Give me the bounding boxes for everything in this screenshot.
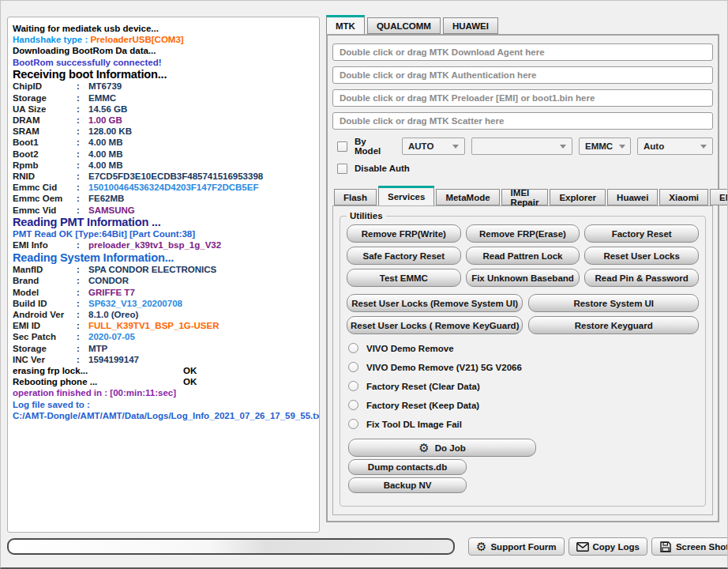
support-fourm-button[interactable]: ⚙Support Fourm — [468, 537, 565, 556]
subtab-flash[interactable]: Flash — [334, 189, 377, 205]
log-colon: : — [77, 331, 88, 342]
subtab-explorer[interactable]: Explorer — [550, 189, 606, 205]
mtk-download-agent-field[interactable]: Double click or drag MTK Download Agent … — [332, 43, 713, 61]
log-line: Sec Patch:2020-07-05 — [13, 331, 314, 342]
da-dropdown[interactable]: AUTO — [402, 138, 465, 155]
progress-bar — [7, 538, 455, 555]
options-row: By Model AUTOEMMCAuto — [337, 138, 713, 155]
mtk-scatter-field[interactable]: Double click or drag MTK Scatter here — [332, 112, 713, 130]
log-value: SP632_V13_20200708 — [88, 299, 182, 308]
restore-keyguard-button[interactable]: Restore Keyguard — [528, 316, 699, 334]
log-key: Rpmb — [13, 160, 77, 171]
chevron-down-icon — [560, 145, 566, 149]
reset-user-locks-remove-keyguard-button[interactable]: Reset User Locks ( Remove KeyGuard) — [347, 316, 523, 334]
utility-button-grid: Remove FRP(Write)Remove FRP(Erase)Factor… — [347, 224, 699, 287]
gear-icon: ⚙ — [418, 441, 429, 455]
dump-contacts-db-button[interactable]: Dump contacts.db — [348, 459, 467, 475]
by-model-checkbox[interactable] — [337, 141, 347, 152]
log-key: Build ID — [13, 298, 77, 309]
log-colon: : — [77, 309, 88, 320]
chevron-down-icon — [619, 145, 625, 149]
log-value: EMMC — [88, 93, 116, 103]
subtab-services[interactable]: Services — [378, 186, 434, 205]
tab-mtk[interactable]: MTK — [326, 15, 365, 34]
reset-user-locks-button[interactable]: Reset User Locks — [584, 247, 699, 265]
safe-factory-reset-button[interactable]: Safe Factory Reset — [347, 247, 461, 265]
boot-dropdown[interactable]: Auto — [637, 138, 713, 155]
log-line: Build ID:SP632_V13_20200708 — [13, 298, 314, 309]
log-value: MTP — [88, 344, 107, 353]
read-pin-password-button[interactable]: Read Pin & Password — [584, 269, 699, 287]
subtab-metamode[interactable]: MetaMode — [436, 189, 499, 205]
drop-fields-group: Double click or drag MTK Download Agent … — [332, 43, 713, 130]
subtab-imei-repair[interactable]: IMEI Repair — [501, 189, 549, 205]
log-key: INC Ver — [13, 354, 77, 365]
utilities-groupbox: Utilities Remove FRP(Write)Remove FRP(Er… — [340, 211, 706, 507]
reset-user-locks-remove-system-ui-button[interactable]: Reset User Locks (Remove System UI) — [347, 294, 523, 312]
log-line: Log file saved to : — [13, 399, 314, 410]
boot-dropdown-value: Auto — [644, 141, 664, 151]
mtk-authentication-field[interactable]: Double click or drag MTK Authentication … — [332, 66, 713, 84]
radio-factory-reset-clear-data[interactable]: Factory Reset (Clear Data) — [348, 381, 699, 391]
utility-radio-group: VIVO Demo RemoveVIVO Demo Remove (V21) 5… — [348, 343, 699, 429]
log-colon: : — [77, 92, 88, 104]
sub-tab-bar: FlashServicesMetaModeIMEI RepairExplorer… — [334, 186, 713, 205]
restore-system-ui-button[interactable]: Restore System UI — [528, 294, 699, 312]
radio-button-icon — [348, 343, 358, 353]
fix-unknown-baseband-button[interactable]: Fix Unknown Baseband — [466, 269, 580, 287]
radio-factory-reset-keep-data[interactable]: Factory Reset (Keep Data) — [348, 400, 699, 410]
screen-shot-button[interactable]: Screen Shot — [651, 537, 728, 556]
log-colon: : — [77, 287, 88, 298]
mtk-preloader-field[interactable]: Double click or drag MTK Preloader [EMI]… — [332, 89, 713, 107]
do-job-button[interactable]: ⚙ Do Job — [348, 439, 536, 457]
factory-reset-button[interactable]: Factory Reset — [584, 224, 699, 243]
log-line: Emmc Cid:150100464536324D4203F147F2DCB5E… — [13, 182, 314, 193]
log-colon: : — [77, 298, 88, 309]
subtab-xiaomi[interactable]: Xiaomi — [659, 189, 708, 205]
bottom-button-label: Screen Shot — [676, 542, 728, 552]
radio-vivo-demo-remove[interactable]: VIVO Demo Remove — [348, 343, 699, 353]
copy-logs-button[interactable]: Copy Logs — [569, 537, 647, 556]
radio-button-icon — [348, 381, 358, 391]
log-line: Storage:EMMC — [13, 92, 314, 104]
read-pattren-lock-button[interactable]: Read Pattren Lock — [466, 247, 580, 265]
log-colon: : — [77, 343, 88, 354]
test-emmc-button[interactable]: Test EMMC — [347, 269, 461, 287]
bottom-button-label: Copy Logs — [593, 542, 640, 552]
log-key: Storage — [13, 92, 77, 104]
model-dropdown[interactable] — [471, 138, 572, 155]
log-line: Rebooting phone ...OK — [13, 376, 314, 387]
radio-fix-tool-dl-image-fail[interactable]: Fix Tool DL Image Fail — [348, 419, 699, 429]
storage-dropdown[interactable]: EMMC — [579, 138, 631, 155]
gear-icon: ⚙ — [476, 540, 490, 554]
chevron-down-icon — [452, 145, 459, 149]
log-key: Brand — [13, 275, 77, 286]
disable-auth-checkbox[interactable] — [337, 164, 347, 174]
services-tab-content: Utilities Remove FRP(Write)Remove FRP(Er… — [332, 205, 713, 515]
log-key: Boot2 — [13, 149, 77, 160]
log-key: ChipID — [13, 81, 77, 92]
remove-frp-write-button[interactable]: Remove FRP(Write) — [347, 224, 461, 243]
remove-frp-erase-button[interactable]: Remove FRP(Erase) — [466, 224, 580, 243]
log-value: 128.00 KB — [88, 126, 132, 136]
log-status-value: OK — [183, 377, 197, 386]
subtab-huawei[interactable]: Huawei — [607, 189, 658, 205]
log-colon: : — [77, 275, 88, 286]
log-line: ManfID:SPA CONDOR ELECTRONICS — [13, 264, 314, 275]
tab-qualcomm[interactable]: QUALCOMM — [367, 17, 441, 34]
log-key: Emmc Oem — [13, 193, 77, 204]
log-line: Brand:CONDOR — [13, 275, 314, 286]
log-key: Storage — [13, 343, 77, 354]
radio-button-icon — [348, 362, 358, 372]
log-line: C:/AMT-Dongle/AMT/AMT/Data/Logs/Log_Info… — [13, 410, 314, 421]
log-line: Handshake type : PreloaderUSB[COM3] — [13, 34, 314, 45]
log-colon: : — [77, 160, 88, 171]
tab-huawei[interactable]: HUAWEI — [443, 17, 498, 34]
subtab-emmc[interactable]: EMMC — [710, 189, 728, 205]
log-colon: : — [77, 104, 88, 115]
backup-nv-button[interactable]: Backup NV — [348, 477, 467, 493]
log-output-panel[interactable]: Waiting for mediatek usb device...Handsh… — [7, 17, 320, 533]
radio-vivo-demo-remove-v21-5g-v2066[interactable]: VIVO Demo Remove (V21) 5G V2066 — [348, 362, 699, 372]
log-key: Emmc Vid — [13, 205, 77, 216]
log-line: Reading PMT Information ... — [13, 216, 314, 229]
